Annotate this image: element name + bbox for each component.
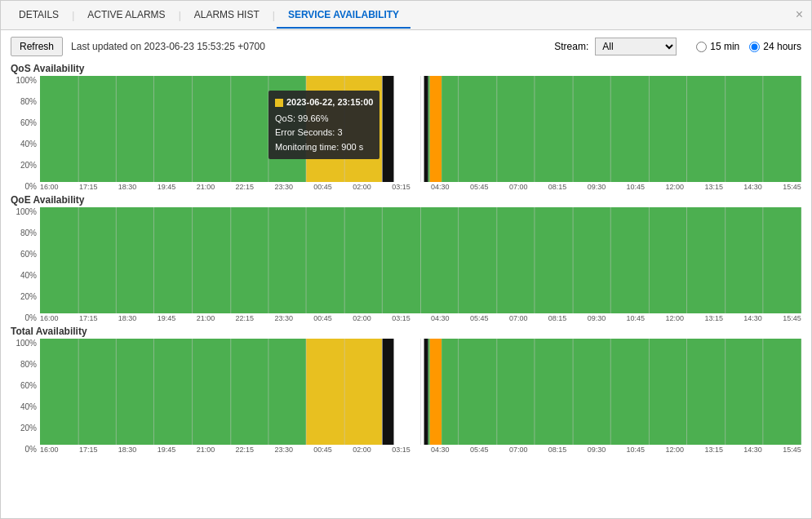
qoe-bar-chart: [40, 207, 801, 313]
stream-label: Stream:: [554, 41, 588, 52]
total-x-axis: 16:00 17:15 18:30 19:45 21:00 22:15 23:3…: [40, 446, 801, 454]
main-container: DETAILS | ACTIVE ALARMS | ALARMS HIST | …: [0, 0, 812, 519]
qoe-x-axis: 16:00 17:15 18:30 19:45 21:00 22:15 23:3…: [40, 314, 801, 322]
stream-group: Stream: All 15 min 24 hours: [554, 38, 801, 55]
total-chart-canvas-container: 16:00 17:15 18:30 19:45 21:00 22:15 23:3…: [40, 339, 801, 454]
qoe-chart-wrapper: 100% 80% 60% 40% 20% 0%: [11, 207, 801, 322]
qos-chart-canvas-container: 2023-06-22, 23:15:00 QoS: 99.66% Error S…: [40, 76, 801, 191]
qos-x-axis: 16:00 17:15 18:30 19:45 21:00 22:15 23:3…: [40, 183, 801, 191]
svg-rect-7: [306, 76, 382, 182]
svg-rect-6: [40, 76, 306, 182]
svg-rect-73: [394, 339, 417, 445]
qoe-chart-section: QoE Availability 100% 80% 60% 40% 20% 0%: [11, 194, 801, 322]
tab-details[interactable]: DETAILS: [7, 2, 70, 29]
svg-rect-15: [441, 76, 801, 182]
svg-rect-75: [424, 339, 428, 445]
tab-bar: DETAILS | ACTIVE ALARMS | ALARMS HIST | …: [1, 1, 811, 30]
radio-24hours[interactable]: 24 hours: [749, 41, 801, 52]
time-options: 15 min 24 hours: [696, 41, 801, 52]
tab-alarms-hist[interactable]: ALARMS HIST: [183, 2, 271, 29]
qoe-chart-title: QoE Availability: [11, 194, 801, 206]
refresh-button[interactable]: Refresh: [11, 37, 63, 56]
last-updated-text: Last updated on 2023-06-23 15:53:25 +070…: [71, 41, 265, 52]
stream-select[interactable]: All: [595, 38, 677, 55]
svg-rect-9: [382, 76, 393, 182]
total-chart-wrapper: 100% 80% 60% 40% 20% 0%: [11, 339, 801, 454]
qos-bar-chart: [40, 76, 801, 182]
svg-rect-78: [441, 339, 801, 445]
charts-area: QoS Availability 100% 80% 60% 40% 20% 0%: [1, 63, 811, 460]
qos-chart-title: QoS Availability: [11, 63, 801, 74]
total-chart-section: Total Availability 100% 80% 60% 40% 20% …: [11, 326, 801, 454]
qos-chart-section: QoS Availability 100% 80% 60% 40% 20% 0%: [11, 63, 801, 191]
svg-rect-77: [430, 339, 441, 445]
svg-rect-14: [430, 76, 441, 182]
qos-y-axis: 100% 80% 60% 40% 20% 0%: [11, 76, 40, 191]
svg-rect-10: [394, 76, 417, 182]
tab-service-availability[interactable]: SERVICE AVAILABILITY: [277, 2, 410, 29]
svg-rect-72: [382, 339, 393, 445]
qoe-chart-canvas-container: 16:00 17:15 18:30 19:45 21:00 22:15 23:3…: [40, 207, 801, 322]
total-chart-title: Total Availability: [11, 326, 801, 337]
total-bar-chart: [40, 339, 801, 445]
svg-rect-13: [428, 76, 430, 182]
svg-rect-74: [416, 339, 424, 445]
svg-rect-11: [416, 76, 424, 182]
svg-rect-70: [306, 339, 382, 445]
radio-15min[interactable]: 15 min: [696, 41, 739, 52]
close-button[interactable]: ×: [796, 7, 803, 22]
qoe-y-axis: 100% 80% 60% 40% 20% 0%: [11, 207, 40, 322]
total-chart-canvas: [40, 339, 801, 445]
qos-chart-canvas: 2023-06-22, 23:15:00 QoS: 99.66% Error S…: [40, 76, 801, 182]
qos-chart-wrapper: 100% 80% 60% 40% 20% 0%: [11, 76, 801, 191]
svg-rect-12: [424, 76, 428, 182]
tab-active-alarms[interactable]: ACTIVE ALARMS: [76, 2, 176, 29]
total-y-axis: 100% 80% 60% 40% 20% 0%: [11, 339, 40, 454]
svg-rect-76: [428, 339, 430, 445]
qoe-chart-canvas: [40, 207, 801, 313]
toolbar: Refresh Last updated on 2023-06-23 15:53…: [1, 30, 811, 63]
svg-rect-69: [40, 339, 306, 445]
